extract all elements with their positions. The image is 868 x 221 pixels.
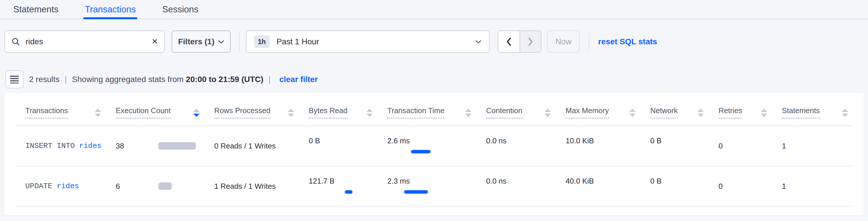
- tab-transactions[interactable]: Transactions: [85, 0, 136, 19]
- transaction-time-mean-line: [411, 150, 431, 153]
- header-label: Bytes Read: [309, 106, 347, 119]
- sql-table-link[interactable]: rides: [57, 182, 79, 190]
- header-label: Execution Count: [116, 106, 171, 119]
- bytes-read-cell: 121.7 B: [299, 166, 377, 206]
- sort-arrows-icon[interactable]: [465, 109, 471, 119]
- transaction-time-value: 2.6 ms: [388, 136, 410, 145]
- clear-filter-link[interactable]: clear filter: [279, 75, 318, 84]
- tab-statements-label: Statements: [13, 4, 58, 15]
- results-bar: 2 results | Showing aggregated stats fro…: [0, 70, 868, 88]
- header-label: Rows Processed: [214, 106, 271, 119]
- time-range-label: Past 1 Hour: [276, 37, 319, 46]
- transactions-table: Transactions Execution Count Rows Proces…: [4, 93, 864, 207]
- chevron-down-icon: [218, 40, 224, 44]
- header-label: Statements: [782, 106, 820, 119]
- retries-value: 0: [718, 182, 722, 191]
- previous-range-button[interactable]: [498, 31, 520, 52]
- search-box[interactable]: ✕: [4, 31, 165, 53]
- controls-row: ✕ Filters (1) 1h Past 1 Hour: [0, 31, 868, 53]
- header-contention[interactable]: Contention: [476, 93, 556, 125]
- bytes-read-cell: 0 B: [299, 126, 377, 166]
- execution-count-cell: 6: [106, 166, 204, 206]
- rows-processed-cell: 0 Reads / 1 Writes: [204, 126, 299, 166]
- header-label: Retries: [718, 106, 742, 119]
- sql-table-link[interactable]: rides: [79, 141, 102, 150]
- transaction-fingerprint[interactable]: INSERT INTO rides: [15, 126, 106, 166]
- divider: [239, 31, 240, 52]
- header-network[interactable]: Network: [640, 93, 709, 125]
- rows-processed-cell: 1 Reads / 1 Writes: [204, 166, 299, 206]
- transaction-fingerprint[interactable]: UPDATE rides: [15, 166, 106, 206]
- execution-count-bar: [158, 142, 196, 150]
- network-value: 0 B: [650, 177, 661, 185]
- header-execution-count[interactable]: Execution Count: [106, 93, 204, 125]
- sql-keyword: INSERT INTO: [25, 141, 75, 150]
- sort-arrows-icon[interactable]: [366, 109, 373, 119]
- table-row: UPDATE rides 6 1 Reads / 1 Writes 121.7 …: [15, 166, 853, 207]
- transactions-table-card: Transactions Execution Count Rows Proces…: [4, 93, 864, 216]
- bar-slot: [650, 188, 651, 196]
- time-range-select[interactable]: 1h Past 1 Hour: [246, 31, 490, 53]
- header-label: Network: [650, 106, 678, 119]
- showing-stats-range: 20:00 to 21:59 (UTC): [186, 75, 263, 84]
- tab-sessions[interactable]: Sessions: [162, 0, 198, 19]
- tab-transactions-label: Transactions: [85, 4, 136, 15]
- bytes-read-mean-line: [345, 190, 352, 194]
- sort-arrows-icon[interactable]: [698, 109, 704, 119]
- filters-button[interactable]: Filters (1): [172, 31, 231, 53]
- sort-arrows-icon[interactable]: [629, 109, 636, 119]
- header-transactions[interactable]: Transactions: [15, 93, 106, 125]
- bar-slot: [309, 148, 309, 155]
- max-memory-value: 40.0 KiB: [566, 177, 594, 185]
- execution-count-value: 6: [116, 182, 158, 191]
- sort-arrows-icon[interactable]: [288, 109, 294, 119]
- header-rows-processed[interactable]: Rows Processed: [204, 93, 299, 125]
- header-label: Contention: [486, 106, 522, 119]
- transaction-time-value: 2.3 ms: [388, 177, 410, 185]
- search-input[interactable]: [26, 37, 146, 46]
- sort-arrows-icon[interactable]: [842, 109, 848, 119]
- header-retries[interactable]: Retries: [709, 93, 772, 125]
- transaction-time-mean-line: [404, 190, 428, 194]
- sort-arrows-icon[interactable]: [545, 109, 551, 119]
- search-icon: [11, 37, 21, 46]
- time-range-arrows: [498, 31, 541, 53]
- header-transaction-time[interactable]: Transaction Time: [377, 93, 476, 125]
- time-range-badge: 1h: [254, 35, 270, 48]
- tab-statements[interactable]: Statements: [13, 0, 58, 19]
- statements-cell: 1: [772, 126, 853, 166]
- sort-arrows-icon[interactable]: [95, 109, 101, 119]
- rows-processed-value: 0 Reads / 1 Writes: [214, 141, 276, 151]
- header-label: Max Memory: [566, 106, 609, 119]
- statements-value: 1: [782, 182, 786, 191]
- sort-arrows-icon[interactable]: [761, 109, 767, 119]
- divider: |: [65, 75, 67, 84]
- header-statements[interactable]: Statements: [772, 93, 853, 125]
- contention-value: 0.0 ns: [486, 177, 506, 185]
- bytes-read-value: 0 B: [309, 136, 320, 145]
- clear-search-icon[interactable]: ✕: [152, 37, 158, 46]
- reset-sql-stats-link[interactable]: reset SQL stats: [598, 31, 657, 53]
- results-count: 2 results: [29, 75, 60, 84]
- max-memory-value: 10.0 KiB: [566, 136, 594, 145]
- showing-stats-prefix: Showing aggregated stats from: [72, 75, 186, 84]
- retries-value: 0: [718, 141, 722, 151]
- transaction-time-cell: 2.6 ms: [377, 126, 476, 166]
- statements-value: 1: [782, 141, 786, 151]
- bar-slot: [309, 188, 309, 196]
- header-label: Transactions: [25, 106, 68, 119]
- network-value: 0 B: [650, 136, 661, 145]
- now-button[interactable]: Now: [547, 31, 580, 53]
- sort-arrows-icon[interactable]: [193, 109, 199, 119]
- header-bytes-read[interactable]: Bytes Read: [299, 93, 377, 125]
- menu-icon: [10, 76, 19, 84]
- retries-cell: 0: [709, 166, 772, 206]
- bytes-read-value: 121.7 B: [309, 177, 335, 185]
- bar-slot: [650, 148, 651, 155]
- retries-cell: 0: [709, 126, 772, 166]
- header-max-memory[interactable]: Max Memory: [556, 93, 640, 125]
- column-selector-button[interactable]: [5, 70, 23, 88]
- execution-count-cell: 38: [106, 126, 204, 166]
- max-memory-cell: 10.0 KiB: [556, 126, 640, 166]
- next-range-button[interactable]: [520, 31, 541, 52]
